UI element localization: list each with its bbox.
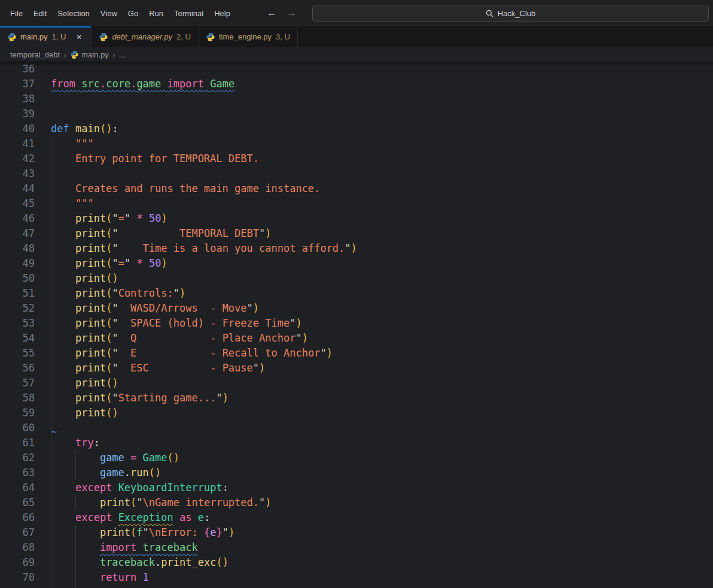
code-line-52[interactable]: print(" WASD/Arrows - Move") [51, 301, 713, 316]
menu-view[interactable]: View [95, 6, 123, 21]
token: " [112, 302, 118, 314]
code-line-44[interactable]: Creates and runs the main game instance. [51, 181, 713, 196]
token: e [198, 511, 204, 523]
menu-run[interactable]: Run [144, 6, 169, 21]
menu-file[interactable]: File [5, 6, 28, 21]
code-line-63[interactable]: game.run() [51, 465, 713, 480]
tab-label: main.py [20, 32, 48, 41]
code-line-47[interactable]: print(" TEMPORAL DEBT") [51, 226, 713, 241]
token: ) [179, 287, 185, 299]
token: ) [302, 332, 308, 344]
tab-time_engine.py[interactable]: time_engine.py3, U [199, 26, 298, 47]
token: () [100, 123, 112, 135]
code-line-66[interactable]: except Exception as e: [51, 510, 713, 525]
code-line-68[interactable]: import traceback [51, 540, 713, 555]
token: \nGame interrupted. [143, 496, 259, 508]
breadcrumb-item-mainpy[interactable]: main.py [70, 50, 109, 59]
token [51, 257, 75, 269]
code-line-56[interactable]: print(" ESC - Pause") [51, 361, 713, 376]
token: ESC - Pause [118, 362, 253, 374]
token [51, 362, 75, 374]
code-line-60[interactable] [51, 421, 713, 435]
code-line-61[interactable]: try: [51, 435, 713, 450]
code-line-55[interactable]: print(" E - Recall to Anchor") [51, 346, 713, 361]
menu-selection[interactable]: Selection [52, 6, 95, 21]
code-line-50[interactable]: print() [51, 271, 713, 286]
command-center-search[interactable]: Hack_Club [312, 5, 709, 22]
code-line-37[interactable]: from src.core.game import Game [51, 77, 713, 92]
code-line-70[interactable]: return 1 [51, 570, 713, 585]
code-line-48[interactable]: print(" Time is a loan you cannot afford… [51, 241, 713, 256]
line-number: 69 [0, 555, 35, 570]
token: = [118, 212, 124, 224]
menu-go[interactable]: Go [123, 6, 144, 21]
editor[interactable]: 3637383940414243444546474849505152535455… [0, 62, 713, 588]
line-number: 37 [0, 77, 35, 92]
code-line-59[interactable]: print() [51, 406, 713, 421]
line-number: 70 [0, 570, 35, 585]
token [51, 511, 75, 523]
navigate-back-icon[interactable]: ← [267, 7, 277, 19]
token [173, 511, 179, 523]
breadcrumb-item-[interactable]: ... [119, 50, 126, 59]
code-line-40[interactable]: def main(): [51, 121, 713, 136]
token: ) [228, 526, 234, 538]
code-line-54[interactable]: print(" Q - Place Anchor") [51, 331, 713, 346]
code-line-38[interactable] [51, 92, 713, 106]
tab-main.py[interactable]: main.py1, U✕ [0, 26, 92, 47]
line-number: 48 [0, 241, 35, 256]
tab-debt_manager.py[interactable]: debt_manager.py2, U [92, 26, 199, 47]
code-line-49[interactable]: print("=" * 50) [51, 256, 713, 271]
menu-help[interactable]: Help [209, 6, 236, 21]
line-number: 55 [0, 346, 35, 361]
code-line-64[interactable]: except KeyboardInterrupt: [51, 480, 713, 495]
token: : [94, 437, 100, 449]
code-line-53[interactable]: print(" SPACE (hold) - Freeze Time") [51, 316, 713, 331]
close-icon[interactable]: ✕ [74, 33, 84, 41]
code-line-69[interactable]: traceback.print_exc() [51, 555, 713, 570]
menu-edit[interactable]: Edit [28, 6, 52, 21]
token: game [100, 452, 124, 464]
code-line-41[interactable]: """ [51, 136, 713, 151]
search-icon [486, 10, 493, 17]
code-line-46[interactable]: print("=" * 50) [51, 211, 713, 226]
token: () [106, 407, 118, 419]
code-line-43[interactable] [51, 166, 713, 181]
python-icon [7, 32, 17, 42]
tab-git-problem-decoration: 2, U [176, 32, 191, 41]
token: ) [253, 302, 259, 314]
token: ( [106, 362, 112, 374]
code-line-42[interactable]: Entry point for TEMPORAL DEBT. [51, 151, 713, 166]
token [51, 556, 100, 568]
token: { [204, 526, 210, 538]
token [75, 78, 81, 90]
menu-terminal[interactable]: Terminal [169, 6, 209, 21]
code-line-51[interactable]: print("Controls:") [51, 286, 713, 301]
token: \nError: [149, 526, 204, 538]
token: ) [295, 317, 301, 329]
line-number: 63 [0, 465, 35, 480]
navigate-forward-icon[interactable]: → [287, 7, 297, 19]
token: = [130, 452, 136, 464]
token: " [143, 526, 149, 538]
token: ( [106, 212, 112, 224]
code-line-62[interactable]: game = Game() [51, 450, 713, 465]
token: Exception [118, 511, 173, 523]
token [51, 377, 75, 389]
code-line-45[interactable]: """ [51, 196, 713, 211]
code-line-36[interactable] [51, 62, 713, 77]
token: " [290, 317, 295, 329]
token [51, 212, 75, 224]
code-line-57[interactable]: print() [51, 376, 713, 391]
token: src [81, 78, 100, 90]
token: print [75, 332, 106, 344]
code-line-65[interactable]: print("\nGame interrupted.") [51, 495, 713, 510]
code-line-67[interactable]: print(f"\nError: {e}") [51, 525, 713, 540]
token: print [75, 212, 106, 224]
token: " [223, 526, 228, 538]
breadcrumb-item-temporal_debt[interactable]: temporal_debt [10, 50, 60, 59]
code-line-58[interactable]: print("Starting game...") [51, 391, 713, 406]
line-number: 49 [0, 256, 35, 271]
code-line-39[interactable] [51, 106, 713, 121]
code-area[interactable]: ~ from src.core.game import Gamedef main… [51, 62, 713, 588]
